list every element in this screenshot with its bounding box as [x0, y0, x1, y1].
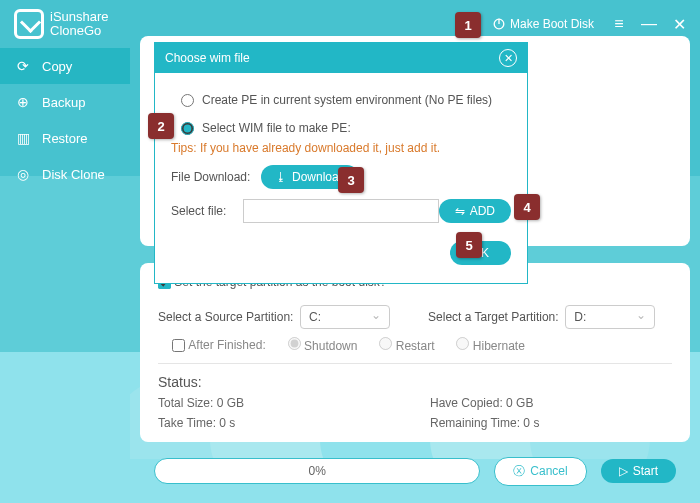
option-select-label: Select WIM file to make PE: [202, 121, 351, 135]
copy-icon: ⟳ [14, 58, 32, 74]
callout-5: 5 [456, 232, 482, 258]
options-card: Set the target partition as the boot dis… [140, 263, 690, 442]
footer-bar: 0% ⓧ Cancel ▷ Start [140, 449, 690, 493]
disk-icon: ◎ [14, 166, 32, 182]
backup-icon: ⊕ [14, 94, 32, 110]
after-finished-input[interactable] [172, 339, 185, 352]
dialog-tips: Tips: If you have already downloaded it,… [171, 141, 511, 155]
minimize-button[interactable]: — [634, 15, 664, 33]
select-file-input[interactable] [243, 199, 438, 223]
callout-3: 3 [338, 167, 364, 193]
sidebar: ⟳ Copy ⊕ Backup ▥ Restore ◎ Disk Clone [0, 48, 130, 503]
cancel-icon: ⓧ [513, 463, 525, 480]
callout-1: 1 [455, 12, 481, 38]
cancel-button[interactable]: ⓧ Cancel [494, 457, 586, 486]
menu-button[interactable]: ≡ [604, 15, 634, 33]
callout-4: 4 [514, 194, 540, 220]
status-take: Take Time: 0 s [158, 416, 400, 430]
callout-2: 2 [148, 113, 174, 139]
power-icon [492, 17, 506, 31]
sidebar-item-label: Disk Clone [42, 167, 105, 182]
radio-create-pe[interactable] [181, 94, 194, 107]
close-window-button[interactable]: ✕ [664, 15, 694, 34]
progress-bar: 0% [154, 458, 480, 484]
cancel-label: Cancel [530, 464, 567, 478]
target-partition-select[interactable]: D: [565, 305, 655, 329]
logo-icon [14, 9, 44, 39]
sidebar-item-backup[interactable]: ⊕ Backup [0, 84, 130, 120]
download-icon: ⭳ [275, 170, 287, 184]
radio-hibernate[interactable]: Hibernate [456, 337, 524, 353]
option-create-label: Create PE in current system environment … [202, 93, 492, 107]
usb-icon: ⇋ [455, 204, 465, 218]
status-total: Total Size: 0 GB [158, 396, 400, 410]
radio-select-wim[interactable] [181, 122, 194, 135]
restore-icon: ▥ [14, 130, 32, 146]
make-boot-label: Make Boot Disk [510, 17, 594, 31]
file-download-label: File Download: [171, 170, 261, 184]
sidebar-item-label: Copy [42, 59, 72, 74]
sidebar-item-label: Backup [42, 95, 85, 110]
sidebar-item-diskclone[interactable]: ◎ Disk Clone [0, 156, 130, 192]
source-partition-select[interactable]: C: [300, 305, 390, 329]
status-title: Status: [158, 374, 672, 390]
radio-restart[interactable]: Restart [379, 337, 434, 353]
brand-top: iSunshare [50, 10, 109, 24]
option-select-wim[interactable]: Select WIM file to make PE: [181, 121, 511, 135]
select-file-label: Select file: [171, 204, 235, 218]
play-icon: ▷ [619, 464, 628, 478]
start-label: Start [633, 464, 658, 478]
source-partition-label: Select a Source Partition: [158, 310, 293, 324]
make-boot-disk-button[interactable]: Make Boot Disk [482, 11, 604, 37]
sidebar-item-label: Restore [42, 131, 88, 146]
dialog-title-bar: Choose wim file ✕ [155, 43, 527, 73]
dialog-close-button[interactable]: ✕ [499, 49, 517, 67]
after-finished-label: After Finished: [188, 338, 265, 352]
add-button[interactable]: ⇋ ADD [439, 199, 511, 223]
radio-shutdown[interactable]: Shutdown [288, 337, 358, 353]
sidebar-item-copy[interactable]: ⟳ Copy [0, 48, 130, 84]
app-logo: iSunshare CloneGo [14, 9, 109, 39]
option-create-pe[interactable]: Create PE in current system environment … [181, 93, 511, 107]
status-remain: Remaining Time: 0 s [430, 416, 672, 430]
brand-bottom: CloneGo [50, 24, 109, 38]
sidebar-item-restore[interactable]: ▥ Restore [0, 120, 130, 156]
status-copied: Have Copied: 0 GB [430, 396, 672, 410]
target-partition-label: Select a Target Partition: [428, 310, 559, 324]
after-finished-checkbox[interactable]: After Finished: [172, 338, 266, 352]
start-button[interactable]: ▷ Start [601, 459, 676, 483]
dialog-title: Choose wim file [165, 51, 250, 65]
